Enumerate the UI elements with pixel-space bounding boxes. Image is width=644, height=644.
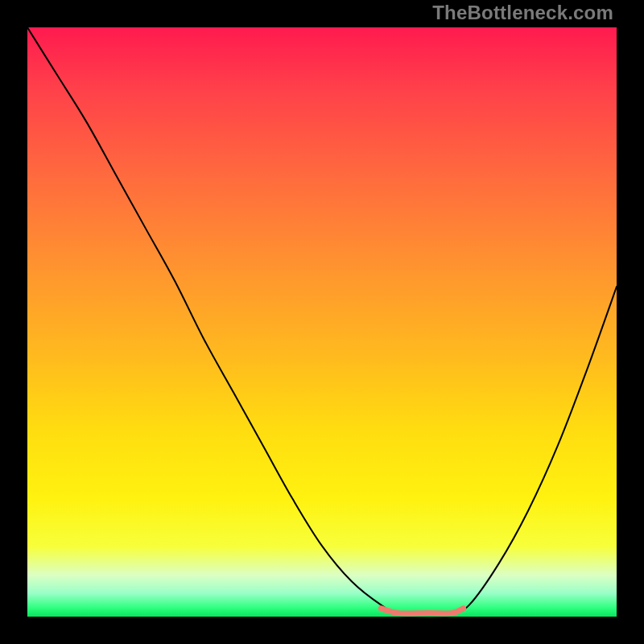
optimal-zone-path xyxy=(381,609,463,613)
chart-svg xyxy=(27,27,617,617)
chart-frame: TheBottleneck.com xyxy=(0,0,644,644)
bottleneck-curve-path xyxy=(27,27,617,613)
plot-area xyxy=(27,27,617,617)
watermark-text: TheBottleneck.com xyxy=(432,2,613,24)
